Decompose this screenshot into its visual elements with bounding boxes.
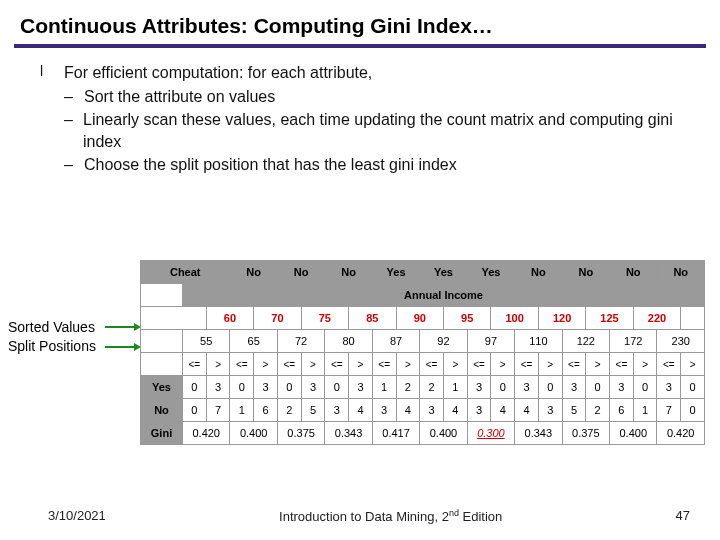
arrow-icon	[105, 346, 135, 348]
footer-page: 47	[676, 508, 690, 524]
bullet-l2-text: Choose the split position that has the l…	[84, 154, 457, 176]
bullet-l2-icon: –	[64, 109, 83, 152]
footer: 3/10/2021 Introduction to Data Mining, 2…	[0, 508, 720, 524]
bullet-l2-text: Sort the attribute on values	[84, 86, 275, 108]
footer-date: 3/10/2021	[48, 508, 106, 524]
bullet-l1-icon: l	[40, 62, 64, 84]
title-rule	[14, 44, 706, 48]
arrow-icon	[105, 326, 135, 328]
bullet-l2-icon: –	[64, 86, 84, 108]
split-positions-label: Split Positions	[8, 337, 96, 356]
gini-table: CheatNoNoNoYesYesYesNoNoNoNoAnnual Incom…	[140, 260, 704, 445]
bullet-l1-text: For efficient computation: for each attr…	[64, 62, 372, 84]
sorted-values-label: Sorted Values	[8, 318, 96, 337]
bullet-list: l For efficient computation: for each at…	[0, 62, 720, 176]
bullet-l2-icon: –	[64, 154, 84, 176]
footer-book: Introduction to Data Mining, 2nd Edition	[106, 508, 676, 524]
side-labels: Sorted Values Split Positions	[8, 318, 96, 356]
bullet-l2-text: Linearly scan these values, each time up…	[83, 109, 684, 152]
page-title: Continuous Attributes: Computing Gini In…	[0, 0, 720, 44]
